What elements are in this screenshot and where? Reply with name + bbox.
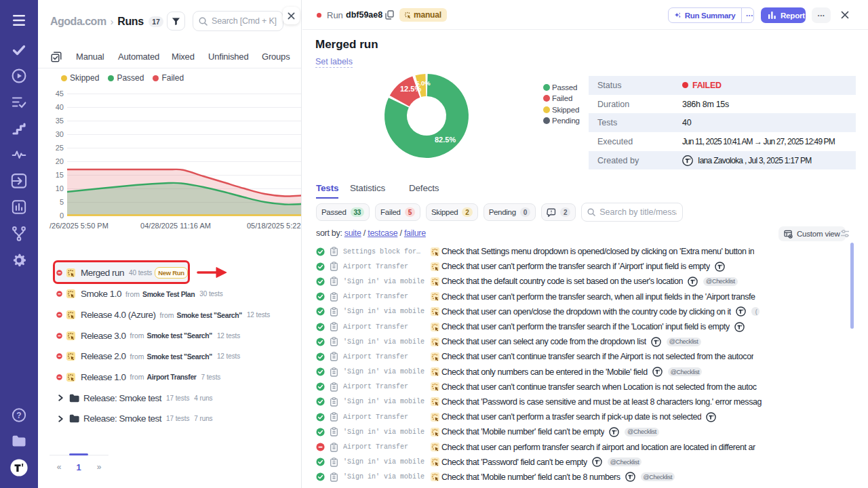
svg-text:20: 20 (56, 157, 64, 165)
svg-text:10: 10 (56, 184, 64, 192)
svg-text:04/28/2025 11:16 AM: 04/28/2025 11:16 AM (140, 222, 211, 230)
svg-text:40: 40 (56, 103, 64, 111)
svg-text:?: ? (16, 411, 21, 420)
svg-text:15: 15 (56, 171, 64, 179)
svg-text:82.5%: 82.5% (435, 136, 456, 144)
svg-text:/26/2025 5:50 PM: /26/2025 5:50 PM (50, 222, 108, 230)
svg-text:25: 25 (56, 144, 64, 152)
svg-text:45: 45 (56, 89, 64, 98)
svg-text:35: 35 (56, 117, 64, 125)
svg-text:30: 30 (56, 130, 64, 138)
svg-text:0: 0 (60, 211, 64, 220)
svg-text:5.0%: 5.0% (416, 79, 431, 87)
svg-text:5: 5 (60, 198, 64, 206)
svg-text:05/18/2025 5:22: 05/18/2025 5:22 (247, 222, 301, 230)
